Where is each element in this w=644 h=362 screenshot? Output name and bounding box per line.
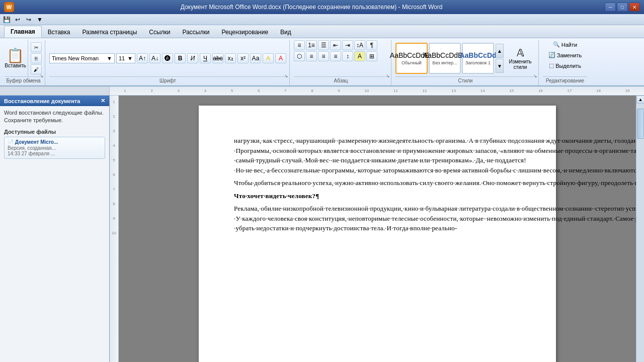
select-label: Выделить [555,63,581,69]
font-color-button[interactable]: A [275,53,286,63]
save-quick-btn[interactable]: 💾 [2,15,11,24]
scrollbar-thumb[interactable] [637,109,644,139]
v-ruler-mark-5: 5 [113,158,115,162]
font-size-selector[interactable]: 11 ▼ [116,53,135,63]
bold-button[interactable]: B [175,53,186,63]
minimize-button[interactable]: ─ [605,3,616,12]
multilevel-list-btn[interactable]: ☰ [318,40,329,50]
ruler-marks: 1 2 3 4 5 6 7 8 9 10 11 12 13 14 15 16 1… [112,88,642,93]
tab-insert[interactable]: Вставка [42,27,76,38]
paste-button[interactable]: 📋 Вставить [5,40,28,76]
format-painter-button[interactable]: 🖌 [31,64,42,74]
font-name-value: Times New Roman [52,55,99,61]
paragraph-row-1: ≡ 1≡ ☰ ⇤ ⇥ ↕A ¶ [294,40,377,50]
cut-button[interactable]: ✂ [31,42,42,52]
underline-button[interactable]: Ч [200,53,211,63]
ruler-row: 1 2 3 4 5 6 7 8 9 10 11 12 13 14 15 16 1… [0,86,644,96]
vertical-ruler: 1 2 3 4 5 6 7 8 9 10 [110,96,119,362]
styles-content: AaBbCcDdEe Обычный AaBbCcDdEe Без интер.… [395,40,535,76]
style-heading1[interactable]: AaBbCcDd Заголовок 1 [462,43,494,74]
document-area[interactable]: нагрузки,·как·стресс,·нарушающий··размер… [119,96,636,362]
tab-review[interactable]: Рецензирование [215,27,274,38]
paste-label: Вставить [5,63,26,68]
font-expand-icon[interactable]: ↘ [284,73,288,78]
replace-icon: 🔄 [548,52,555,58]
left-panels: Восстановление документа ✕ Word восстано… [0,96,119,362]
tab-references[interactable]: Ссылки [143,27,176,38]
font-content: Times New Roman ▼ 11 ▼ A↑ A↓ 🅐 B И Ч abc… [49,40,286,76]
paragraph-expand-icon[interactable]: ↘ [386,73,390,78]
ruler-mark-19: 19 [625,88,630,93]
borders-btn[interactable]: ⊞ [366,51,377,61]
tab-view[interactable]: Вид [274,27,297,38]
shading-btn[interactable]: A [354,51,365,61]
align-left-btn[interactable]: ⬡ [294,51,305,61]
redo-quick-btn[interactable]: ↪ [24,15,33,24]
maximize-button[interactable]: □ [617,3,628,12]
undo-quick-btn[interactable]: ↩ [13,15,22,24]
file-icon: 📄 [8,139,15,145]
styles-scroll-down[interactable]: ▼ [496,59,504,73]
increase-indent-btn[interactable]: ⇥ [342,40,353,50]
scroll-up-btn[interactable]: ▲ [636,96,644,104]
tab-home[interactable]: Главная [4,26,42,38]
styles-expand-icon[interactable]: ↘ [533,73,537,78]
clipboard-expand-icon[interactable]: ↘ [40,73,44,78]
font-name-dropdown-icon: ▼ [107,55,112,61]
replace-button[interactable]: 🔄 Заменить [546,51,584,59]
decrease-indent-btn[interactable]: ⇤ [330,40,341,50]
doc-paragraph-1: нагрузки,·как·стресс,·нарушающий··размер… [234,136,521,175]
italic-button[interactable]: И [187,53,198,63]
ribbon-group-editing: 🔍 Найти 🔄 Заменить ⬚ Выделить Редактиров… [540,40,590,85]
ribbon-tabs: Главная Вставка Разметка страницы Ссылки… [0,25,644,38]
style-no-spacing[interactable]: AaBbCcDdEe Без интер... [429,43,461,74]
font-shrink-btn[interactable]: A↓ [149,53,160,63]
font-size-dropdown-icon: ▼ [127,55,133,61]
document-page[interactable]: нагрузки,·как·стресс,·нарушающий··размер… [199,106,556,362]
ruler-mark-18: 18 [596,88,601,93]
select-button[interactable]: ⬚ Выделить [547,61,583,70]
show-marks-btn[interactable]: ¶ [366,40,377,50]
ribbon-group-font: Times New Roman ▼ 11 ▼ A↑ A↓ 🅐 B И Ч abc… [46,40,290,85]
line-spacing-btn[interactable]: ↕ [342,51,353,61]
file-item-name: 📄 Документ Micro... [8,139,102,145]
ruler-mark-5: 5 [231,88,233,93]
styles-scroll-up[interactable]: ▲ [496,44,504,58]
subscript-button[interactable]: x₂ [225,53,236,63]
v-ruler-mark-7: 7 [113,187,115,192]
customize-quick-access-btn[interactable]: ▼ [35,15,44,24]
clear-format-btn[interactable]: 🅐 [162,53,173,63]
bullets-btn[interactable]: ≡ [294,40,305,50]
strikethrough-button[interactable]: abc [212,53,223,63]
font-name-selector[interactable]: Times New Roman ▼ [49,53,115,63]
align-center-btn[interactable]: ≡ [306,51,317,61]
file-item-1[interactable]: 📄 Документ Micro... Версия, созданная...… [4,137,105,159]
change-styles-button[interactable]: 𝔸 Изменитьстили [505,47,535,70]
recovery-close-icon[interactable]: ✕ [101,98,105,104]
find-button[interactable]: 🔍 Найти [551,40,579,49]
ruler-mark-17: 17 [568,88,572,93]
superscript-button[interactable]: x² [237,53,249,63]
vertical-scrollbar[interactable]: ▲ ▼ [636,96,644,362]
align-right-btn[interactable]: ≡ [318,51,329,61]
paste-icon: 📋 [7,49,24,63]
file-item-details: Версия, созданная... [8,145,102,151]
v-ruler-mark-3: 3 [113,129,115,133]
scrollbar-track[interactable] [636,104,644,362]
ruler-mark-8: 8 [311,88,313,93]
sort-btn[interactable]: ↕A [354,40,365,50]
ribbon: 📋 Вставить ✂ ⎘ 🖌 Буфер обмена ↘ Times Ne… [0,38,644,86]
app-icon: W [4,2,14,12]
v-ruler-mark-10: 10 [112,231,116,235]
style-no-spacing-name: Без интер... [433,60,457,65]
font-grow-btn[interactable]: A↑ [137,53,148,63]
paragraph-label: Абзац [294,76,388,84]
change-case-button[interactable]: Аа [250,53,261,63]
numbering-btn[interactable]: 1≡ [306,40,317,50]
tab-page-layout[interactable]: Разметка страницы [76,27,143,38]
highlight-button[interactable]: A [263,53,274,63]
copy-button[interactable]: ⎘ [31,53,42,63]
close-button[interactable]: ✕ [629,3,640,12]
justify-btn[interactable]: ≡ [330,51,341,61]
tab-mailings[interactable]: Рассылки [177,27,216,38]
